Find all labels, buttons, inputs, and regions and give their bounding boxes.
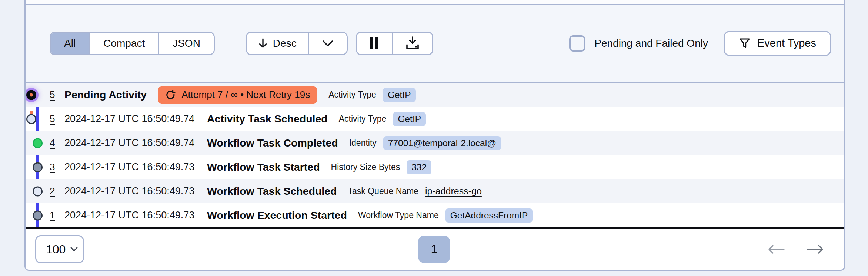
event-id-link[interactable]: 4 bbox=[50, 137, 59, 149]
previous-card-bottom-strip bbox=[26, 0, 844, 5]
event-attribute-label: Activity Type bbox=[339, 114, 387, 124]
event-history-panel: All Compact JSON Desc bbox=[24, 0, 845, 271]
event-attribute-label: Workflow Type Name bbox=[358, 210, 439, 220]
prev-page-button[interactable] bbox=[767, 244, 785, 254]
event-name: Workflow Execution Started bbox=[207, 209, 347, 221]
arrow-right-icon bbox=[806, 244, 825, 254]
event-attribute-label: Task Queue Name bbox=[348, 186, 418, 196]
arrow-left-icon bbox=[767, 244, 785, 254]
view-tab-all[interactable]: All bbox=[51, 33, 89, 54]
event-history-toolbar: All Compact JSON Desc bbox=[26, 5, 844, 83]
retry-icon bbox=[165, 89, 176, 101]
download-icon bbox=[405, 36, 420, 50]
event-history-table: 5Pending ActivityAttempt 7 / ∞ • Next Re… bbox=[26, 83, 844, 229]
pause-button[interactable] bbox=[357, 33, 392, 54]
event-name: Workflow Task Started bbox=[207, 161, 320, 173]
event-row[interactable]: 32024-12-17 UTC 16:50:49.73Workflow Task… bbox=[26, 155, 844, 179]
next-page-button[interactable] bbox=[806, 244, 825, 254]
event-time: 2024-12-17 UTC 16:50:49.74 bbox=[64, 137, 207, 149]
chevron-down-icon bbox=[321, 40, 334, 47]
event-node-icon bbox=[33, 210, 43, 220]
event-attribute-value: GetIP bbox=[393, 112, 426, 126]
view-tab-compact[interactable]: Compact bbox=[89, 33, 158, 54]
event-node-icon bbox=[33, 162, 43, 172]
event-time: 2024-12-17 UTC 16:50:49.73 bbox=[64, 185, 207, 197]
event-attribute-value-link[interactable]: ip-address-go bbox=[425, 186, 482, 197]
filter-funnel-icon bbox=[739, 37, 751, 49]
event-name: Activity Task Scheduled bbox=[207, 113, 328, 125]
event-attribute-value: 77001@temporal-2.local@ bbox=[383, 136, 501, 150]
event-attribute-value: GetIP bbox=[383, 88, 416, 102]
event-attribute-label: Activity Type bbox=[328, 90, 376, 100]
event-node-icon bbox=[26, 114, 36, 124]
event-id-link[interactable]: 1 bbox=[50, 210, 59, 221]
sort-order-group: Desc bbox=[246, 32, 348, 55]
view-tab-json[interactable]: JSON bbox=[158, 33, 214, 54]
sort-label: Desc bbox=[273, 37, 297, 49]
retry-badge: Attempt 7 / ∞ • Next Retry 19s bbox=[158, 86, 317, 104]
download-button[interactable] bbox=[392, 33, 432, 54]
pagination-bar: 100 1 bbox=[26, 229, 844, 270]
arrow-down-icon bbox=[258, 38, 268, 49]
feed-controls-group bbox=[356, 32, 433, 55]
event-types-label: Event Types bbox=[757, 37, 816, 49]
pause-icon bbox=[369, 37, 380, 50]
event-node-icon bbox=[33, 138, 43, 148]
event-row[interactable]: 22024-12-17 UTC 16:50:49.73Workflow Task… bbox=[26, 179, 844, 203]
page-size-wrap: 100 bbox=[35, 235, 84, 263]
event-name: Pending Activity bbox=[64, 89, 147, 101]
event-attribute-value: GetAddressFromIP bbox=[445, 208, 533, 223]
event-row[interactable]: 5Pending ActivityAttempt 7 / ∞ • Next Re… bbox=[26, 83, 844, 107]
pending-failed-label: Pending and Failed Only bbox=[594, 37, 708, 49]
event-name: Workflow Task Completed bbox=[207, 137, 338, 149]
event-time: 2024-12-17 UTC 16:50:49.74 bbox=[64, 113, 207, 125]
toolbar-right-zone: Pending and Failed Only Event Types bbox=[569, 31, 831, 56]
event-row[interactable]: 42024-12-17 UTC 16:50:49.74Workflow Task… bbox=[26, 131, 844, 155]
event-id-link[interactable]: 5 bbox=[50, 89, 59, 101]
sort-desc-button[interactable]: Desc bbox=[247, 33, 308, 54]
event-row[interactable]: 52024-12-17 UTC 16:50:49.74Activity Task… bbox=[26, 107, 844, 131]
event-time: 2024-12-17 UTC 16:50:49.73 bbox=[64, 161, 207, 173]
event-id-link[interactable]: 5 bbox=[50, 113, 59, 125]
page-size-select[interactable]: 100 bbox=[35, 235, 84, 263]
event-types-button[interactable]: Event Types bbox=[724, 31, 831, 56]
page-number-button[interactable]: 1 bbox=[418, 236, 450, 263]
event-attribute-label: History Size Bytes bbox=[331, 162, 400, 172]
pending-failed-checkbox[interactable] bbox=[569, 35, 585, 52]
event-id-link[interactable]: 3 bbox=[50, 161, 59, 173]
sort-options-button[interactable] bbox=[308, 33, 347, 54]
event-node-icon bbox=[26, 90, 36, 100]
pagination-nav bbox=[767, 244, 825, 254]
view-mode-tabs: All Compact JSON bbox=[50, 32, 215, 55]
event-row[interactable]: 12024-12-17 UTC 16:50:49.73Workflow Exec… bbox=[26, 203, 844, 227]
event-name: Workflow Task Scheduled bbox=[207, 185, 337, 197]
event-attribute-value: 332 bbox=[407, 160, 431, 174]
event-attribute-label: Identity bbox=[349, 138, 377, 148]
event-node-icon bbox=[33, 186, 43, 196]
event-id-link[interactable]: 2 bbox=[50, 185, 59, 197]
event-time: 2024-12-17 UTC 16:50:49.73 bbox=[64, 210, 207, 221]
